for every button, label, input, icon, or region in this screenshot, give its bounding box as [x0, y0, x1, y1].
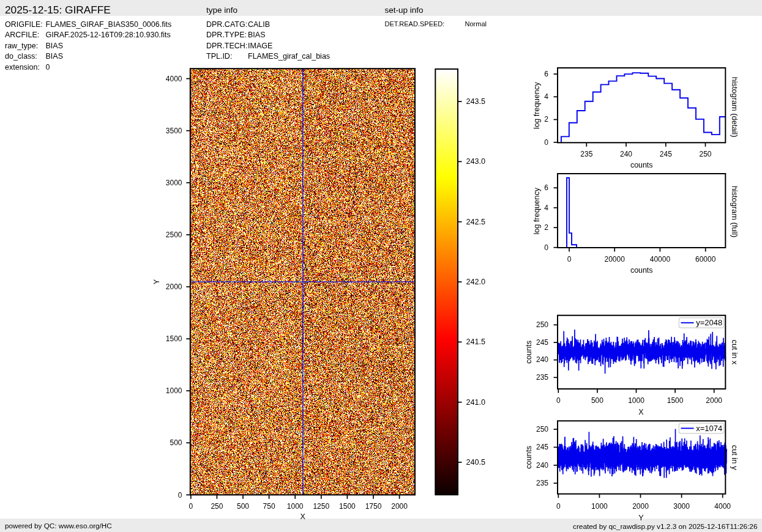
svg-text:240: 240	[536, 461, 548, 470]
svg-text:TPL.ID:: TPL.ID:	[206, 52, 232, 61]
svg-text:X: X	[638, 408, 643, 416]
svg-text:GIRAF.2025-12-16T09:28:10.930.: GIRAF.2025-12-16T09:28:10.930.fits	[46, 31, 171, 39]
svg-text:FLAMES_giraf_cal_bias: FLAMES_giraf_cal_bias	[248, 52, 330, 61]
svg-text:235: 235	[536, 479, 548, 487]
svg-text:BIAS: BIAS	[248, 31, 266, 39]
svg-text:0: 0	[556, 396, 561, 405]
svg-text:4000: 4000	[714, 502, 731, 511]
svg-text:y=2048: y=2048	[696, 318, 722, 327]
svg-text:0: 0	[544, 243, 548, 252]
svg-text:2000: 2000	[391, 502, 408, 511]
svg-text:2000: 2000	[632, 502, 649, 511]
svg-text:histogram (detail): histogram (detail)	[730, 77, 739, 138]
svg-text:235: 235	[536, 373, 548, 382]
svg-text:2000: 2000	[166, 283, 182, 291]
svg-text:6: 6	[544, 183, 548, 192]
svg-text:240: 240	[536, 355, 548, 364]
svg-text:243.0: 243.0	[466, 157, 486, 166]
svg-text:BIAS: BIAS	[46, 42, 64, 50]
svg-text:243.5: 243.5	[466, 97, 486, 106]
svg-text:3000: 3000	[673, 502, 690, 511]
svg-text:X: X	[300, 512, 305, 521]
svg-text:6: 6	[544, 70, 548, 78]
svg-text:3000: 3000	[166, 179, 182, 187]
svg-text:1500: 1500	[667, 396, 684, 405]
svg-text:0: 0	[189, 502, 193, 511]
svg-text:2: 2	[544, 223, 548, 232]
svg-text:1500: 1500	[166, 334, 182, 343]
svg-text:raw_type:: raw_type:	[5, 42, 38, 50]
svg-text:type info: type info	[206, 6, 237, 15]
svg-text:60000: 60000	[695, 255, 716, 264]
svg-text:DPR.TECH:: DPR.TECH:	[206, 42, 247, 50]
svg-text:245: 245	[660, 150, 672, 158]
svg-text:1000: 1000	[287, 502, 304, 511]
svg-text:4: 4	[544, 204, 548, 212]
svg-text:DPR.CATG:: DPR.CATG:	[206, 20, 247, 29]
svg-text:Y: Y	[638, 514, 643, 522]
svg-text:750: 750	[263, 502, 275, 511]
svg-text:2025-12-15: GIRAFFE: 2025-12-15: GIRAFFE	[5, 4, 111, 16]
svg-text:IMAGE: IMAGE	[248, 42, 272, 50]
svg-text:1000: 1000	[628, 396, 644, 405]
svg-text:set-up info: set-up info	[385, 6, 424, 15]
svg-text:2500: 2500	[166, 231, 182, 239]
svg-text:250: 250	[536, 320, 548, 329]
svg-text:1000: 1000	[591, 502, 608, 511]
svg-text:FLAMES_GIRAF_BIAS350_0006.fits: FLAMES_GIRAF_BIAS350_0006.fits	[46, 20, 172, 29]
svg-text:0: 0	[46, 63, 50, 72]
svg-text:1750: 1750	[365, 502, 382, 511]
svg-text:240.5: 240.5	[466, 458, 486, 467]
svg-text:241.0: 241.0	[466, 398, 486, 407]
svg-text:cut in y: cut in y	[730, 445, 739, 470]
svg-text:do_class:: do_class:	[5, 52, 37, 61]
svg-text:cut in x: cut in x	[730, 340, 739, 365]
svg-text:0: 0	[544, 138, 548, 147]
svg-text:log frequency: log frequency	[532, 81, 541, 128]
svg-text:ORIGFILE:: ORIGFILE:	[5, 20, 43, 29]
svg-text:DPR.TYPE:: DPR.TYPE:	[206, 31, 247, 39]
svg-text:241.5: 241.5	[466, 338, 486, 346]
svg-text:DET.READ.SPEED:: DET.READ.SPEED:	[385, 20, 445, 28]
svg-text:counts: counts	[630, 266, 653, 275]
svg-text:created by qc_rawdisp.py v1.2.: created by qc_rawdisp.py v1.2.3 on 2025-…	[573, 522, 758, 531]
svg-text:powered by QC: www.eso.org/HC: powered by QC: www.eso.org/HC	[5, 522, 112, 530]
svg-text:240: 240	[620, 150, 632, 158]
svg-text:500: 500	[237, 502, 249, 511]
svg-text:2: 2	[544, 115, 548, 124]
svg-text:3500: 3500	[166, 127, 182, 135]
svg-text:CALIB: CALIB	[248, 20, 270, 29]
svg-text:counts: counts	[524, 341, 533, 364]
svg-text:Y: Y	[152, 279, 161, 284]
svg-text:40000: 40000	[650, 255, 671, 264]
svg-text:0: 0	[556, 502, 561, 511]
svg-text:500: 500	[591, 396, 603, 405]
svg-text:250: 250	[211, 502, 223, 511]
svg-text:ARCFILE:: ARCFILE:	[5, 31, 39, 39]
svg-text:log frequency: log frequency	[532, 187, 541, 234]
svg-text:Normal: Normal	[465, 20, 487, 28]
svg-text:250: 250	[536, 425, 548, 434]
svg-text:x=1074: x=1074	[696, 424, 722, 433]
svg-text:245: 245	[536, 338, 548, 347]
svg-text:1500: 1500	[339, 502, 356, 511]
svg-text:245: 245	[536, 443, 548, 451]
svg-text:20000: 20000	[605, 255, 626, 264]
svg-text:2000: 2000	[706, 396, 722, 405]
svg-text:extension:: extension:	[5, 63, 40, 72]
svg-text:BIAS: BIAS	[46, 52, 64, 61]
svg-text:0: 0	[178, 491, 182, 500]
svg-text:242.0: 242.0	[466, 278, 486, 286]
svg-text:250: 250	[699, 150, 711, 158]
svg-text:counts: counts	[630, 161, 653, 169]
svg-text:235: 235	[580, 150, 592, 158]
svg-text:500: 500	[170, 438, 182, 447]
svg-text:242.5: 242.5	[466, 218, 486, 226]
svg-text:4: 4	[544, 92, 548, 101]
svg-text:histogram (full): histogram (full)	[730, 186, 739, 238]
svg-text:0: 0	[567, 255, 572, 264]
svg-text:counts: counts	[524, 446, 533, 469]
svg-text:1000: 1000	[166, 386, 182, 395]
svg-text:1250: 1250	[313, 502, 329, 511]
svg-text:4000: 4000	[166, 75, 182, 83]
